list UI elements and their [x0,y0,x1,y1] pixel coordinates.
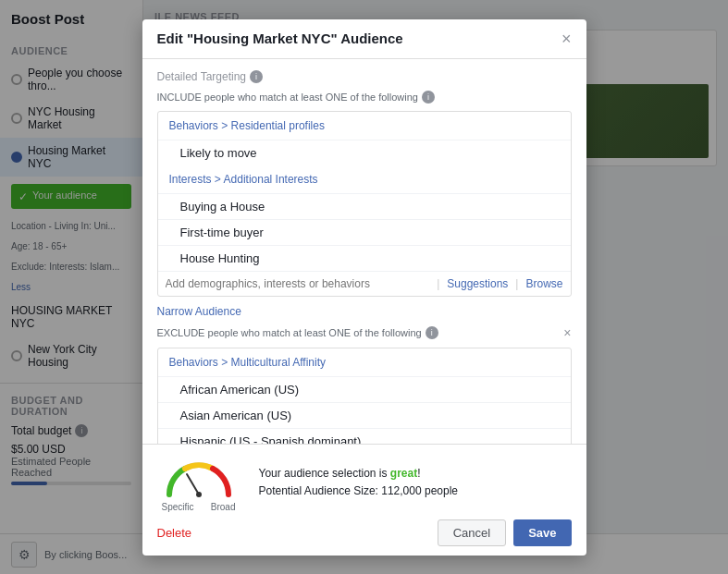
modal-footer: Specific Broad Your audience selection i… [142,444,586,556]
modal-body: Detailed Targeting i INCLUDE people who … [142,59,586,444]
buying-house-item: Buying a House [158,193,571,219]
info-icon-targeting[interactable]: i [250,70,263,83]
include-input-actions: | Suggestions | Browse [437,277,562,290]
gauge-labels: Specific Broad [162,502,236,512]
exclude-label: EXCLUDE people who match at least ONE of… [157,325,572,340]
modal-overlay: Edit "Housing Market NYC" Audience × Det… [0,0,728,574]
modal-action-row: Delete Cancel Save [157,519,572,546]
first-time-buyer-item: First-time buyer [158,219,571,245]
gauge-specific-label: Specific [162,502,194,512]
exclude-targeting-box: Behaviors > Multicultural Affinity Afric… [157,348,572,444]
include-label: INCLUDE people who match at least ONE of… [157,91,572,104]
house-hunting-item: House Hunting [158,245,571,271]
svg-point-1 [196,492,202,497]
exclude-close-button[interactable]: × [563,325,571,340]
gauge-broad-label: Broad [211,502,236,512]
browse-link[interactable]: Browse [525,277,562,290]
asian-american-item: Asian American (US) [158,402,571,428]
suggestions-link[interactable]: Suggestions [447,277,508,290]
add-include-input-row: | Suggestions | Browse [158,271,571,296]
african-american-item: African American (US) [158,376,571,402]
include-targeting-box: Behaviors > Residential profiles Likely … [157,111,572,297]
interests-additional-link[interactable]: Interests > Additional Interests [158,165,571,193]
delete-link[interactable]: Delete [157,526,192,540]
modal-title: Edit "Housing Market NYC" Audience [157,31,403,46]
svg-line-0 [187,474,199,495]
audience-info-text: Your audience selection is great! Potent… [259,465,572,500]
behaviors-multicultural-link[interactable]: Behaviors > Multicultural Affinity [158,348,571,376]
info-icon-exclude[interactable]: i [426,326,438,339]
behaviors-residential-link[interactable]: Behaviors > Residential profiles [158,112,571,140]
modal: Edit "Housing Market NYC" Audience × Det… [142,19,586,556]
audience-size-text: Potential Audience Size: 112,000 people [259,482,572,500]
add-include-input[interactable] [166,277,434,290]
gauge-row: Specific Broad Your audience selection i… [157,454,572,512]
hispanic-item: Hispanic (US - Spanish dominant) [158,428,571,444]
modal-cancel-button[interactable]: Cancel [438,519,506,546]
likely-to-move-item: Likely to move [158,140,571,165]
detailed-targeting-label: Detailed Targeting i [157,70,572,83]
modal-save-button[interactable]: Save [513,519,571,546]
modal-header: Edit "Housing Market NYC" Audience × [142,19,586,59]
info-icon-include[interactable]: i [422,91,435,104]
narrow-audience-link[interactable]: Narrow Audience [157,305,241,318]
gauge-svg [162,454,236,500]
great-text: great [390,467,417,480]
modal-close-button[interactable]: × [561,31,572,47]
gauge-container: Specific Broad [157,454,241,512]
modal-action-buttons: Cancel Save [438,519,572,546]
